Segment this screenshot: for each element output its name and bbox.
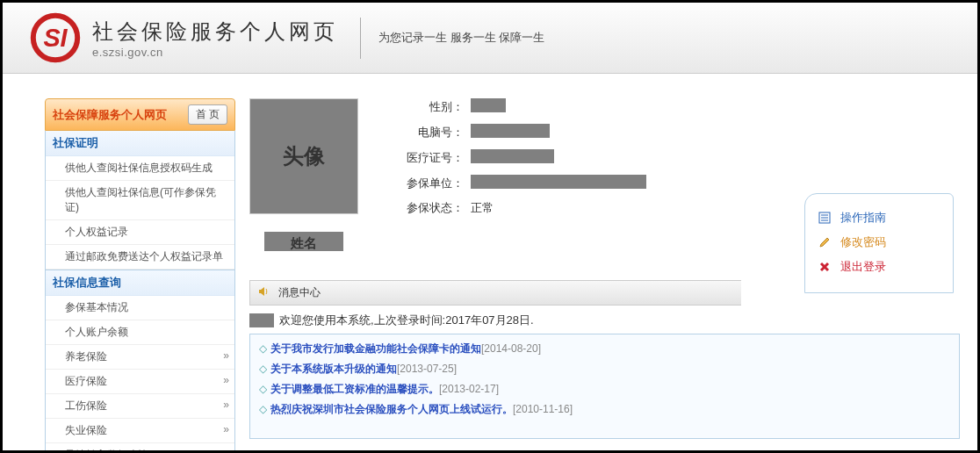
welcome-name-mask <box>249 313 274 327</box>
site-tagline: 为您记录一生 服务一生 保障一生 <box>378 30 544 46</box>
sidebar-item[interactable]: 个人账户余额 <box>46 320 234 345</box>
field-status-label: 参保状态： <box>402 200 464 216</box>
quick-exit-link[interactable]: 退出登录 <box>818 259 944 275</box>
notice-date: [2013-02-17] <box>439 383 499 395</box>
notice-item[interactable]: ◇关于我市发行加载金融功能社会保障卡的通知[2014-08-20] <box>259 342 950 356</box>
notice-link[interactable]: 关于我市发行加载金融功能社会保障卡的通知 <box>270 342 481 355</box>
notice-date: [2014-08-20] <box>481 342 541 355</box>
notice-link[interactable]: 关于本系统版本升级的通知 <box>270 363 397 375</box>
sidebar-section-title: 社保信息查询 <box>46 270 234 296</box>
page-header: SI 社会保险服务个人网页 e.szsi.gov.cn 为您记录一生 服务一生 … <box>3 3 977 74</box>
quick-password-link[interactable]: 修改密码 <box>818 234 944 250</box>
name-label: 姓名 <box>291 234 317 251</box>
close-icon <box>818 260 832 274</box>
field-status-value: 正常 <box>471 200 494 216</box>
notice-date: [2013-07-25] <box>397 363 457 375</box>
bullet-icon: ◇ <box>259 403 267 415</box>
field-computer-label: 电脑号： <box>402 125 464 140</box>
sidebar-item[interactable]: 养老保险 <box>46 345 234 370</box>
message-center-bar: 消息中心 <box>249 280 741 306</box>
field-medical-value <box>471 149 554 163</box>
field-unit-value <box>471 175 646 189</box>
site-logo: SI <box>29 11 82 64</box>
home-button[interactable]: 首 页 <box>188 104 227 125</box>
sidebar-title: 社会保障服务个人网页 <box>53 107 167 123</box>
sidebar-item[interactable]: 个人权益记录 <box>46 220 234 245</box>
quick-actions-card: 操作指南 修改密码 退出登录 <box>804 193 954 293</box>
welcome-row: 欢迎您使用本系统,上次登录时间:2017年07月28日. <box>249 313 960 328</box>
speaker-icon <box>257 284 271 301</box>
notice-item[interactable]: ◇关于本系统版本升级的通知[2013-07-25] <box>259 362 950 377</box>
sidebar-item[interactable]: 工伤保险 <box>46 394 234 419</box>
notice-link[interactable]: 关于调整最低工资标准的温馨提示。 <box>270 383 439 395</box>
welcome-text: 欢迎您使用本系统,上次登录时间:2017年07月28日. <box>279 313 534 328</box>
notice-link[interactable]: 热烈庆祝深圳市社会保险服务个人网页上线试运行。 <box>270 403 513 415</box>
sidebar-item[interactable]: 异地转入数据查询 <box>46 443 234 453</box>
notice-list: ◇关于我市发行加载金融功能社会保障卡的通知[2014-08-20]◇关于本系统版… <box>249 334 960 439</box>
field-gender-value <box>471 98 506 112</box>
field-gender-label: 性别： <box>402 99 464 115</box>
svg-text:SI: SI <box>43 24 68 52</box>
sidebar-item[interactable]: 通过邮政免费送达个人权益记录单 <box>46 245 234 270</box>
pencil-icon <box>818 235 832 249</box>
field-unit-label: 参保单位： <box>402 176 464 191</box>
sidebar: 社会保障服务个人网页 首 页 社保证明供他人查阅社保信息授权码生成供他人查阅社保… <box>45 98 235 453</box>
logo-icon: SI <box>29 11 82 64</box>
sidebar-item[interactable]: 供他人查阅社保信息(可作参保凭证) <box>46 181 234 220</box>
avatar-placeholder: 头像 <box>249 98 358 214</box>
notice-date: [2010-11-16] <box>513 403 573 415</box>
field-medical-label: 医疗证号： <box>402 150 464 166</box>
sidebar-item[interactable]: 医疗保险 <box>46 370 234 394</box>
sidebar-item[interactable]: 供他人查阅社保信息授权码生成 <box>46 156 234 181</box>
sidebar-section-title: 社保证明 <box>46 131 234 156</box>
sidebar-item[interactable]: 参保基本情况 <box>46 296 234 320</box>
guide-icon <box>818 211 832 225</box>
bullet-icon: ◇ <box>259 363 267 375</box>
field-computer-value <box>471 124 550 138</box>
quick-guide-link[interactable]: 操作指南 <box>818 210 944 226</box>
site-title: 社会保险服务个人网页 <box>92 18 338 46</box>
bullet-icon: ◇ <box>259 342 267 355</box>
bullet-icon: ◇ <box>259 383 267 395</box>
sidebar-item[interactable]: 失业保险 <box>46 419 234 443</box>
message-center-label: 消息中心 <box>278 285 321 300</box>
sidebar-header: 社会保障服务个人网页 首 页 <box>45 98 235 131</box>
notice-item[interactable]: ◇关于调整最低工资标准的温馨提示。[2013-02-17] <box>259 382 950 397</box>
site-subtitle: e.szsi.gov.cn <box>92 46 338 59</box>
notice-item[interactable]: ◇热烈庆祝深圳市社会保险服务个人网页上线试运行。[2010-11-16] <box>259 402 950 417</box>
